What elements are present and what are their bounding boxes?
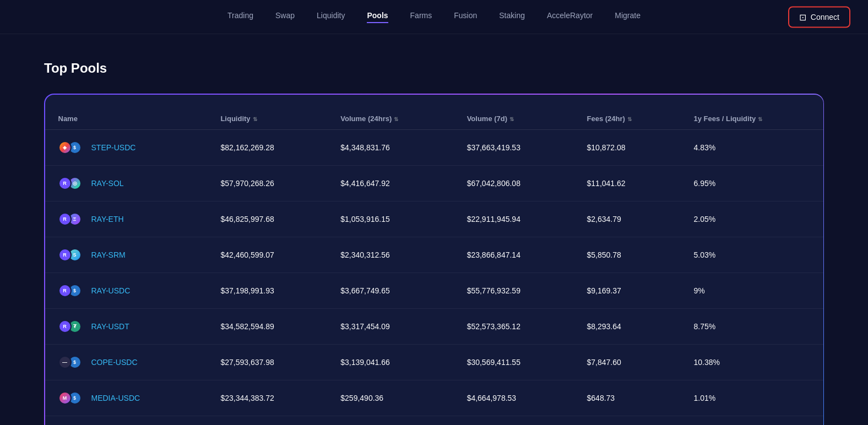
pool-name-wrapper-ray-usdt: R₮RAY-USDT [58,319,194,334]
col-header-fees_24h[interactable]: Fees (24hr) ⇅ [574,108,681,130]
volume_24h-ray-usdt: $3,317,454.09 [327,308,453,344]
pool-name-cell-oxy-ray: ⊕ROXY-RAY [45,416,208,425]
fees_liquidity-media-usdc: 1.01% [681,380,823,416]
token-icon-ray: R [58,177,72,190]
nav-link-fusion[interactable]: Fusion [454,11,477,23]
fees_liquidity-ray-usdt: 8.75% [681,308,823,344]
liquidity-step-usdc: $82,162,269.28 [207,129,327,165]
volume_7d-step-usdc: $37,663,419.53 [454,129,574,165]
token-icon-step: ◈ [58,141,72,154]
col-header-volume_24h[interactable]: Volume (24hrs) ⇅ [327,108,453,130]
nav-links: TradingSwapLiquidityPoolsFarmsFusionStak… [227,11,641,23]
col-header-volume_7d[interactable]: Volume (7d) ⇅ [454,108,574,130]
table-row[interactable]: R$RAY-USDC$37,198,991.93$3,667,749.65$55… [45,273,823,308]
liquidity-ray-srm: $42,460,599.07 [207,237,327,273]
pool-name-cell-step-usdc: ◈$STEP-USDC [45,129,208,165]
table-row[interactable]: R◎RAY-SOL$57,970,268.26$4,416,647.92$67,… [45,165,823,201]
token-icons-ray-usdt: R₮ [58,319,85,334]
volume_7d-ray-srm: $23,866,847.14 [454,237,574,273]
pools-table-card: NameLiquidity ⇅Volume (24hrs) ⇅Volume (7… [44,94,824,425]
pool-name-cell-ray-usdt: R₮RAY-USDT [45,308,208,344]
pool-name-cell-ray-srm: RSRAY-SRM [45,237,208,273]
pool-name-cell-ray-sol: R◎RAY-SOL [45,165,208,201]
token-icon-media: M [58,391,72,405]
pool-name-wrapper-ray-sol: R◎RAY-SOL [58,176,194,191]
volume_7d-cope-usdc: $30,569,411.55 [454,344,574,380]
fees_24h-ray-usdt: $8,293.64 [574,308,681,344]
sort-icon-liquidity: ⇅ [253,116,257,122]
page-title: Top Pools [44,61,824,76]
nav-link-staking[interactable]: Staking [499,11,525,23]
token-icon-ray: R [58,212,72,226]
liquidity-oxy-ray: $12,796,397.47 [207,416,327,425]
pools-table: NameLiquidity ⇅Volume (24hrs) ⇅Volume (7… [45,108,823,426]
pool-name-cell-cope-usdc: —$COPE-USDC [45,344,208,380]
col-header-liquidity[interactable]: Liquidity ⇅ [207,108,327,130]
table-row[interactable]: RSRAY-SRM$42,460,599.07$2,340,312.56$23,… [45,237,823,273]
volume_24h-ray-srm: $2,340,312.56 [327,237,453,273]
fees_24h-step-usdc: $10,872.08 [574,129,681,165]
volume_24h-ray-eth: $1,053,916.15 [327,201,453,237]
fees_24h-ray-sol: $11,041.62 [574,165,681,201]
volume_24h-cope-usdc: $3,139,041.66 [327,344,453,380]
header-row: NameLiquidity ⇅Volume (24hrs) ⇅Volume (7… [45,108,823,130]
pool-name-wrapper-media-usdc: M$MEDIA-USDC [58,390,194,406]
nav-link-pools[interactable]: Pools [367,11,388,23]
col-header-fees_liquidity[interactable]: 1y Fees / Liquidity ⇅ [681,108,823,130]
table-row[interactable]: —$COPE-USDC$27,593,637.98$3,139,041.66$3… [45,344,823,380]
nav-link-trading[interactable]: Trading [227,11,253,23]
connect-icon: ⊡ [799,12,806,22]
volume_24h-ray-sol: $4,416,647.92 [327,165,453,201]
fees_liquidity-cope-usdc: 10.38% [681,344,823,380]
pool-name-text-ray-usdt: RAY-USDT [91,322,129,331]
liquidity-media-usdc: $23,344,383.72 [207,380,327,416]
volume_7d-ray-usdt: $52,573,365.12 [454,308,574,344]
token-icons-cope-usdc: —$ [58,355,85,370]
fees_liquidity-ray-srm: 5.03% [681,237,823,273]
volume_24h-oxy-ray: $708,857.94 [327,416,453,425]
sort-icon-volume_7d: ⇅ [509,116,514,122]
pool-name-cell-media-usdc: M$MEDIA-USDC [45,380,208,416]
liquidity-ray-eth: $46,825,997.68 [207,201,327,237]
token-icon-ray: R [58,320,72,333]
fees_24h-ray-srm: $5,850.78 [574,237,681,273]
sort-icon-volume_24h: ⇅ [394,116,398,122]
liquidity-ray-sol: $57,970,268.26 [207,165,327,201]
fees_24h-cope-usdc: $7,847.60 [574,344,681,380]
fees_liquidity-ray-eth: 2.05% [681,201,823,237]
fees_24h-oxy-ray: $1,772.14 [574,416,681,425]
table-row[interactable]: ⊕ROXY-RAY$12,796,397.47$708,857.94$12,37… [45,416,823,425]
table-row[interactable]: RΞRAY-ETH$46,825,997.68$1,053,916.15$22,… [45,201,823,237]
nav-link-swap[interactable]: Swap [275,11,295,23]
connect-label: Connect [811,13,839,21]
pool-name-wrapper-ray-srm: RSRAY-SRM [58,247,194,263]
token-icon-ray: R [58,284,72,297]
token-icons-media-usdc: M$ [58,390,85,406]
volume_7d-ray-sol: $67,042,806.08 [454,165,574,201]
sort-icon-fees_liquidity: ⇅ [758,116,762,122]
fees_24h-media-usdc: $648.73 [574,380,681,416]
token-icon-cope: — [58,356,72,369]
pool-name-cell-ray-eth: RΞRAY-ETH [45,201,208,237]
token-icons-ray-eth: RΞ [58,211,85,227]
pool-name-wrapper-ray-usdc: R$RAY-USDC [58,283,194,298]
nav-link-migrate[interactable]: Migrate [615,11,641,23]
nav-link-liquidity[interactable]: Liquidity [317,11,345,23]
token-icons-step-usdc: ◈$ [58,140,85,155]
pool-name-text-media-usdc: MEDIA-USDC [91,394,140,402]
volume_7d-oxy-ray: $12,376,240.54 [454,416,574,425]
nav-link-farms[interactable]: Farms [410,11,432,23]
table-body: ◈$STEP-USDC$82,162,269.28$4,348,831.76$3… [45,129,823,425]
pools-table-inner: NameLiquidity ⇅Volume (24hrs) ⇅Volume (7… [45,95,823,426]
liquidity-cope-usdc: $27,593,637.98 [207,344,327,380]
token-icons-ray-usdc: R$ [58,283,85,298]
nav-link-acceleraytor[interactable]: AcceleRaytor [547,11,593,23]
table-row[interactable]: R₮RAY-USDT$34,582,594.89$3,317,454.09$52… [45,308,823,344]
table-row[interactable]: M$MEDIA-USDC$23,344,383.72$259,490.36$4,… [45,380,823,416]
table-row[interactable]: ◈$STEP-USDC$82,162,269.28$4,348,831.76$3… [45,129,823,165]
pool-name-text-ray-sol: RAY-SOL [91,179,124,188]
fees_liquidity-oxy-ray: 5.05% [681,416,823,425]
volume_24h-step-usdc: $4,348,831.76 [327,129,453,165]
volume_24h-ray-usdc: $3,667,749.65 [327,273,453,308]
connect-button[interactable]: ⊡ Connect [788,6,850,28]
